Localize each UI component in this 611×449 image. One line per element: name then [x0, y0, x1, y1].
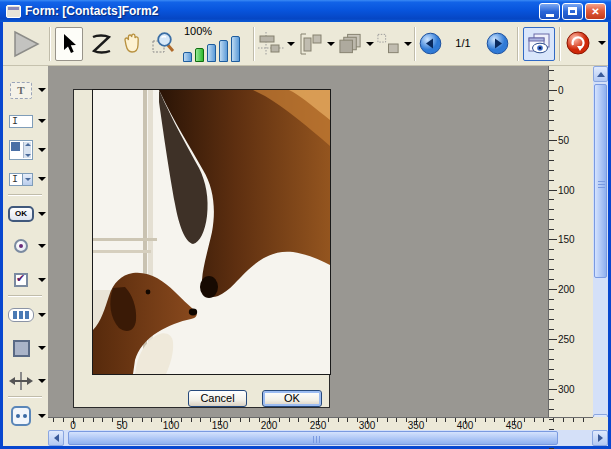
- layers-icon: [338, 32, 363, 56]
- toolbar-separator: [517, 27, 519, 61]
- page-indicator: 1/1: [445, 37, 481, 49]
- toolbar-separator: [253, 27, 255, 61]
- execute-form-button[interactable]: [7, 28, 45, 60]
- ok-button-object[interactable]: OK: [262, 390, 322, 407]
- magnifier-icon: [151, 31, 177, 57]
- splitter-tool-icon: [9, 372, 33, 390]
- zoom-control[interactable]: 100%: [182, 25, 248, 64]
- checkbox-tool[interactable]: [7, 267, 47, 293]
- chevron-down-icon[interactable]: [38, 244, 46, 248]
- selection-tool-button[interactable]: [55, 27, 83, 61]
- horizontal-scrollbar[interactable]: [48, 430, 608, 446]
- maximize-button[interactable]: [562, 3, 583, 20]
- plugin-area-tool[interactable]: [7, 403, 47, 429]
- list-box-tool[interactable]: [7, 137, 47, 163]
- titlebar[interactable]: Form: [Contacts]Form2 ✕: [0, 0, 611, 22]
- list-box-tool-icon: [9, 140, 33, 160]
- run-object-icon: [565, 30, 591, 56]
- vertical-scrollbar[interactable]: [593, 66, 608, 430]
- chevron-down-icon[interactable]: [38, 278, 46, 282]
- toolbar-separator: [49, 27, 51, 61]
- input-field-tool[interactable]: I: [7, 108, 47, 134]
- chevron-down-icon: [404, 42, 412, 46]
- form-page[interactable]: Cancel OK: [73, 89, 330, 408]
- preview-mode-button[interactable]: [523, 27, 555, 61]
- form-editor-window: Form: [Contacts]Form2 ✕: [0, 0, 611, 449]
- palette-separator: [8, 194, 42, 196]
- zoom-bar-400[interactable]: [219, 40, 228, 62]
- align-tool-button[interactable]: [258, 30, 295, 58]
- chevron-down-icon[interactable]: [38, 88, 46, 92]
- previous-page-button[interactable]: [419, 32, 442, 55]
- vertical-scroll-thumb[interactable]: [594, 84, 607, 278]
- horizontal-ruler: 050100150200250300350400450: [48, 417, 593, 430]
- close-button[interactable]: ✕: [585, 3, 606, 20]
- previous-page-icon: [419, 32, 442, 55]
- combo-box-tool[interactable]: I: [7, 166, 47, 192]
- radio-button-tool[interactable]: [7, 233, 47, 259]
- chevron-down-icon[interactable]: [38, 212, 46, 216]
- radio-button-tool-icon: [14, 239, 28, 253]
- resize-tool-button[interactable]: [376, 30, 412, 58]
- zoom-bars-icon[interactable]: [183, 36, 240, 62]
- scroll-left-button[interactable]: [48, 430, 64, 446]
- text-tool[interactable]: T: [7, 77, 47, 103]
- design-canvas[interactable]: Cancel OK: [48, 66, 548, 417]
- preview-eye-icon: [527, 32, 551, 56]
- chevron-down-icon: [327, 42, 335, 46]
- button-tool[interactable]: OK: [7, 201, 47, 227]
- chevron-down-icon[interactable]: [38, 379, 46, 383]
- chevron-down-icon[interactable]: [38, 313, 46, 317]
- window-title: Form: [Contacts]Form2: [25, 4, 158, 18]
- rectangle-tool[interactable]: [7, 335, 47, 361]
- next-page-button[interactable]: [486, 32, 509, 55]
- chevron-down-icon[interactable]: [38, 148, 46, 152]
- scroll-up-button[interactable]: [593, 66, 608, 82]
- zoom-bar-800[interactable]: [231, 36, 240, 62]
- ruler-corner: [593, 417, 608, 430]
- toolbar: 100%: [3, 22, 608, 66]
- chevron-down-icon[interactable]: [38, 346, 46, 350]
- magnifier-tool-button[interactable]: [148, 29, 179, 59]
- resize-icon: [376, 32, 401, 56]
- two-dogs-photo: [93, 90, 330, 374]
- chevron-down-icon[interactable]: [598, 41, 606, 45]
- input-field-tool-icon: I: [9, 115, 33, 128]
- chevron-down-icon: [366, 42, 374, 46]
- zoom-bar-100[interactable]: [195, 48, 204, 62]
- button-bar-tool-icon: [8, 308, 34, 322]
- scroll-right-button[interactable]: [592, 430, 608, 446]
- combo-box-tool-icon: I: [9, 173, 33, 186]
- splitter-tool[interactable]: [7, 368, 47, 394]
- entry-order-z-icon: [89, 32, 113, 56]
- distribute-icon: [298, 32, 324, 56]
- plugin-area-tool-icon: [11, 406, 31, 426]
- palette-separator: [8, 295, 42, 297]
- chevron-down-icon: [287, 42, 295, 46]
- horizontal-scroll-thumb[interactable]: [68, 431, 558, 445]
- palette-separator: [8, 396, 42, 398]
- two-dogs-photo-object[interactable]: [92, 89, 331, 375]
- cancel-button-object[interactable]: Cancel: [188, 390, 247, 407]
- next-page-icon: [486, 32, 509, 55]
- entry-order-tool-button[interactable]: [87, 30, 115, 58]
- chevron-down-icon[interactable]: [38, 414, 46, 418]
- zoom-bar-200[interactable]: [207, 44, 216, 62]
- vertical-ruler: 050100150200250300: [548, 66, 593, 417]
- layers-tool-button[interactable]: [338, 30, 374, 58]
- form-window-icon: [6, 5, 21, 18]
- checkbox-tool-icon: [14, 273, 28, 287]
- button-bar-tool[interactable]: [7, 302, 47, 328]
- toolbar-separator: [414, 27, 416, 61]
- button-tool-icon: OK: [8, 206, 34, 222]
- chevron-down-icon[interactable]: [38, 119, 46, 123]
- page-indicator-label: 1/1: [455, 37, 470, 49]
- chevron-down-icon[interactable]: [38, 177, 46, 181]
- minimize-button[interactable]: [539, 3, 560, 20]
- arrow-cursor-icon: [61, 33, 78, 55]
- hand-tool-button[interactable]: [117, 29, 147, 59]
- distribute-tool-button[interactable]: [298, 30, 335, 58]
- run-object-button[interactable]: [565, 30, 591, 56]
- align-icon: [258, 32, 284, 56]
- zoom-bar-50[interactable]: [183, 52, 192, 62]
